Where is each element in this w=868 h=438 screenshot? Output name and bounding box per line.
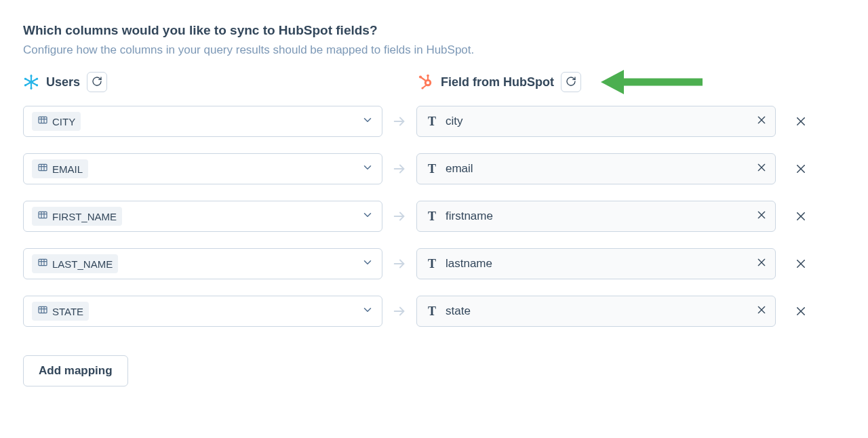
remove-mapping-button[interactable] (795, 305, 807, 317)
refresh-icon (566, 76, 576, 89)
text-type-icon: T (425, 115, 439, 129)
source-column-select[interactable]: CITY (23, 106, 382, 137)
source-column-select[interactable]: FIRST_NAME (23, 201, 382, 232)
svg-point-3 (30, 75, 32, 77)
remove-mapping-button[interactable] (795, 210, 807, 222)
map-arrow-icon (382, 114, 416, 129)
dest-field-select[interactable]: T state (416, 296, 776, 327)
remove-mapping-button[interactable] (795, 163, 807, 175)
svg-point-16 (419, 75, 422, 78)
source-column-text: CITY (52, 116, 75, 127)
clear-dest-button[interactable] (756, 304, 767, 318)
svg-point-15 (427, 75, 429, 77)
clear-dest-button[interactable] (756, 210, 767, 223)
map-arrow-icon (382, 161, 416, 176)
chevron-down-icon (361, 209, 374, 224)
remove-mapping-button[interactable] (795, 115, 807, 127)
clear-dest-button[interactable] (756, 115, 767, 128)
dest-field-text: lastname (446, 257, 492, 271)
source-column-select[interactable]: LAST_NAME (23, 248, 382, 279)
table-icon (37, 210, 48, 223)
add-mapping-button[interactable]: Add mapping (23, 355, 128, 386)
dest-field-select[interactable]: T city (416, 106, 776, 137)
clear-dest-button[interactable] (756, 162, 767, 176)
text-type-icon: T (425, 162, 439, 176)
mapping-rows: CITY T city EMAIL (23, 106, 845, 327)
refresh-icon (92, 76, 102, 89)
dest-header-label: Field from HubSpot (441, 75, 554, 89)
dest-field-text: email (446, 162, 473, 176)
refresh-source-button[interactable] (87, 72, 107, 92)
svg-rect-29 (39, 164, 47, 170)
svg-rect-56 (39, 306, 47, 313)
svg-rect-20 (39, 117, 47, 123)
source-column-text: LAST_NAME (52, 258, 113, 270)
dest-field-select[interactable]: T lastname (416, 248, 776, 279)
table-icon (37, 115, 48, 128)
mapping-row: FIRST_NAME T firstname (23, 201, 845, 232)
svg-point-7 (24, 84, 26, 86)
page-heading: Which columns would you like to sync to … (23, 23, 845, 38)
map-arrow-icon (382, 304, 416, 319)
refresh-dest-button[interactable] (561, 72, 581, 92)
mapping-row: CITY T city (23, 106, 845, 137)
source-column-select[interactable]: STATE (23, 296, 382, 327)
svg-point-8 (36, 78, 38, 80)
map-arrow-icon (382, 209, 416, 224)
chevron-down-icon (361, 304, 374, 319)
svg-point-4 (30, 87, 32, 89)
text-type-icon: T (425, 210, 439, 224)
dest-field-text: firstname (446, 210, 493, 223)
table-icon (37, 257, 48, 271)
columns-header: Users (23, 72, 845, 92)
source-header-label: Users (46, 75, 80, 89)
svg-rect-47 (39, 259, 47, 265)
dest-field-text: state (446, 304, 471, 318)
source-column-select[interactable]: EMAIL (23, 153, 382, 184)
dest-field-select[interactable]: T email (416, 153, 776, 184)
svg-point-17 (421, 87, 423, 89)
page-subheading: Configure how the columns in your query … (23, 43, 845, 57)
mapping-row: STATE T state (23, 296, 845, 327)
source-column-text: STATE (52, 306, 83, 317)
mapping-row: LAST_NAME T lastname (23, 248, 845, 279)
table-icon (37, 304, 48, 318)
source-column-text: EMAIL (52, 163, 83, 175)
chevron-down-icon (361, 161, 374, 176)
snowflake-icon (23, 74, 39, 90)
source-column-text: FIRST_NAME (52, 211, 117, 222)
mapping-row: EMAIL T email (23, 153, 845, 184)
text-type-icon: T (425, 257, 439, 271)
svg-point-5 (24, 78, 26, 80)
svg-rect-38 (39, 212, 47, 218)
annotation-arrow (601, 58, 709, 106)
dest-field-text: city (446, 115, 463, 128)
table-icon (37, 162, 48, 176)
chevron-down-icon (361, 256, 374, 271)
map-arrow-icon (382, 256, 416, 271)
svg-point-6 (36, 84, 38, 86)
svg-point-11 (427, 81, 430, 85)
chevron-down-icon (361, 114, 374, 129)
clear-dest-button[interactable] (756, 257, 767, 271)
remove-mapping-button[interactable] (795, 258, 807, 270)
hubspot-icon (418, 74, 434, 90)
svg-marker-19 (601, 70, 624, 94)
dest-field-select[interactable]: T firstname (416, 201, 776, 232)
text-type-icon: T (425, 304, 439, 319)
